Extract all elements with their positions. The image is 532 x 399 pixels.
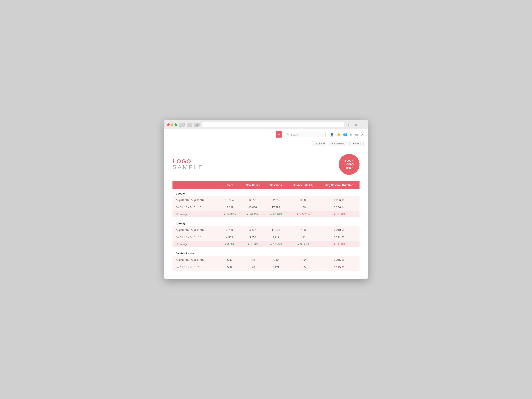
row-label: Jul 01 '16 - Jul 31 '16 xyxy=(172,264,218,271)
sample-text: SAMPLE xyxy=(172,164,204,170)
col-header-avg-session: Avg Session Duration xyxy=(319,181,360,189)
add-button[interactable]: + xyxy=(276,131,282,138)
row-users: 13,954 xyxy=(218,196,241,204)
section-name: facebook.com xyxy=(172,249,360,256)
row-avg-session: 00:06:09 xyxy=(319,196,360,204)
row-bounce-rate: 1.39 xyxy=(287,204,319,211)
row-bounce-change: ▲ 36.26% xyxy=(287,241,319,247)
row-users: 665 xyxy=(218,256,241,264)
section-header-row: (direct) xyxy=(172,219,360,226)
table-row: % change ▲ 24.39% ▲ 26.13% ▲ 23.46% ▼ -3… xyxy=(172,211,360,217)
row-label: Aug 01 '16 - Aug 31 '16 xyxy=(172,196,218,204)
row-sessions: 22,215 xyxy=(265,196,287,204)
row-users: 558 xyxy=(218,264,241,271)
traffic-lights xyxy=(167,123,177,126)
row-new-users: 12,721 xyxy=(241,196,265,204)
row-sessions: 11,588 xyxy=(265,226,287,234)
row-sessions-change: ▲ 19.25% xyxy=(265,241,287,247)
col-header-users: Users xyxy=(218,181,241,189)
send-button[interactable]: 📧 Send xyxy=(312,141,327,146)
back-icon: ‹ xyxy=(181,123,182,126)
more-button[interactable]: ▼ More xyxy=(349,141,364,146)
table-row: Jul 01 '16 - Jul 31 '16 11,218 10,086 17… xyxy=(172,204,360,211)
section-header-row: facebook.com xyxy=(172,249,360,256)
section-header-row: google xyxy=(172,189,360,196)
users-icon[interactable]: 👤 xyxy=(330,133,334,137)
row-new-users: 170 xyxy=(241,264,265,271)
row-users: 4,730 xyxy=(218,226,241,234)
spacer-row xyxy=(172,217,360,219)
minimize-button[interactable] xyxy=(171,123,173,126)
maximize-button[interactable] xyxy=(175,123,177,126)
row-sessions-change: ▲ 23.46% xyxy=(265,211,287,217)
more-icon: ▼ xyxy=(352,142,355,145)
row-bounce-rate: 1.02 xyxy=(287,256,319,264)
table-row: % change ▲ 8.26% ▲ 7.66% ▲ 19.25% ▲ 36.2… xyxy=(172,241,360,247)
row-new-users-change: ▲ 7.66% xyxy=(241,241,265,247)
logo-sample: LOGO SAMPLE xyxy=(172,158,204,170)
reader-icon: ⊡ xyxy=(196,124,198,126)
settings-icon[interactable]: ⚙ xyxy=(350,133,353,137)
browser-window: ‹ › ⊡ ⬆ ⧉ + + 🔍 👤 🔔 🌐 ⚙ ▬ ➤ xyxy=(164,120,368,279)
back-button[interactable]: ‹ xyxy=(179,123,184,127)
row-label: % change xyxy=(172,241,218,247)
row-new-users-change: ▲ 26.13% xyxy=(241,211,265,217)
download-icon: ⬇ xyxy=(331,142,333,145)
row-users-change: ▲ 8.26% xyxy=(218,241,241,247)
logo-text: LOGO xyxy=(172,158,204,164)
col-header-sessions: Sessions xyxy=(265,181,287,189)
row-bounce-rate: 1.71 xyxy=(287,234,319,241)
bell-icon[interactable]: 🔔 xyxy=(336,133,341,137)
section-name: (direct) xyxy=(172,219,360,226)
browser-actions: ⬆ ⧉ + xyxy=(346,123,365,127)
row-avg-session: 00:11:01 xyxy=(319,234,360,241)
col-header-label xyxy=(172,181,218,189)
forward-icon: › xyxy=(189,123,190,126)
search-input[interactable] xyxy=(291,133,323,136)
export-icon[interactable]: ➤ xyxy=(361,133,364,137)
globe-icon[interactable]: 🌐 xyxy=(343,133,347,137)
row-users-change: ▲ 24.39% xyxy=(218,211,241,217)
table-row: Jul 01 '16 - Jul 31 '16 4,369 3,852 9,71… xyxy=(172,234,360,241)
app-toolbar: + 🔍 👤 🔔 🌐 ⚙ ▬ ➤ xyxy=(164,129,368,140)
table-row: Aug 01 '16 - Aug 31 '16 665 188 2,254 1.… xyxy=(172,256,360,264)
row-avg-session: 00:10:58 xyxy=(319,226,360,234)
send-icon: 📧 xyxy=(315,142,318,145)
row-sessions: 2,254 xyxy=(265,256,287,264)
download-button[interactable]: ⬇ Download xyxy=(329,141,348,146)
row-users: 11,218 xyxy=(218,204,241,211)
row-label: % change xyxy=(172,211,218,217)
browser-chrome: ‹ › ⊡ ⬆ ⧉ + xyxy=(164,120,368,129)
row-new-users: 3,852 xyxy=(241,234,265,241)
row-label: Jul 01 '16 - Jul 31 '16 xyxy=(172,234,218,241)
row-sessions: 2,121 xyxy=(265,264,287,271)
action-buttons-bar: 📧 Send ⬇ Download ▼ More xyxy=(164,141,368,148)
duplicate-icon[interactable]: ⧉ xyxy=(353,123,358,127)
row-label: Jul 01 '16 - Jul 31 '16 xyxy=(172,204,218,211)
new-tab-icon[interactable]: + xyxy=(360,123,365,127)
row-avg-session: 00:06:14 xyxy=(319,204,360,211)
data-table: Users New Users Sessions Bounce rate (%)… xyxy=(172,181,360,271)
row-avg-session: 00:15:29 xyxy=(319,264,360,271)
col-header-new-users: New Users xyxy=(241,181,265,189)
share-icon[interactable]: ⬆ xyxy=(346,123,352,127)
table-header-row: Users New Users Sessions Bounce rate (%)… xyxy=(172,181,360,189)
close-button[interactable] xyxy=(167,123,170,126)
row-avg-session: 00:15:08 xyxy=(319,256,360,264)
address-bar[interactable] xyxy=(202,122,344,127)
row-new-users: 188 xyxy=(241,256,265,264)
col-header-bounce-rate: Bounce rate (%) xyxy=(287,181,319,189)
report-header: LOGO SAMPLE YOURLOGOHERE xyxy=(172,154,360,175)
row-label: Aug 01 '16 - Aug 31 '16 xyxy=(172,256,218,264)
spacer-row xyxy=(172,247,360,249)
reader-mode-button[interactable]: ⊡ xyxy=(194,123,200,127)
toolbar-icons: 👤 🔔 🌐 ⚙ ▬ ➤ xyxy=(330,133,364,137)
row-avg-change: ▼ -1.00% xyxy=(319,241,360,247)
row-avg-change: ▼ -2.00% xyxy=(319,211,360,217)
minimize-icon[interactable]: ▬ xyxy=(355,133,359,136)
logo-circle: YOURLOGOHERE xyxy=(339,154,360,175)
forward-button[interactable]: › xyxy=(187,123,192,127)
section-name: google xyxy=(172,189,360,196)
main-content: LOGO SAMPLE YOURLOGOHERE Users New Users… xyxy=(164,148,368,279)
table-row: Aug 01 '16 - Aug 31 '16 4,730 4,147 11,5… xyxy=(172,226,360,234)
